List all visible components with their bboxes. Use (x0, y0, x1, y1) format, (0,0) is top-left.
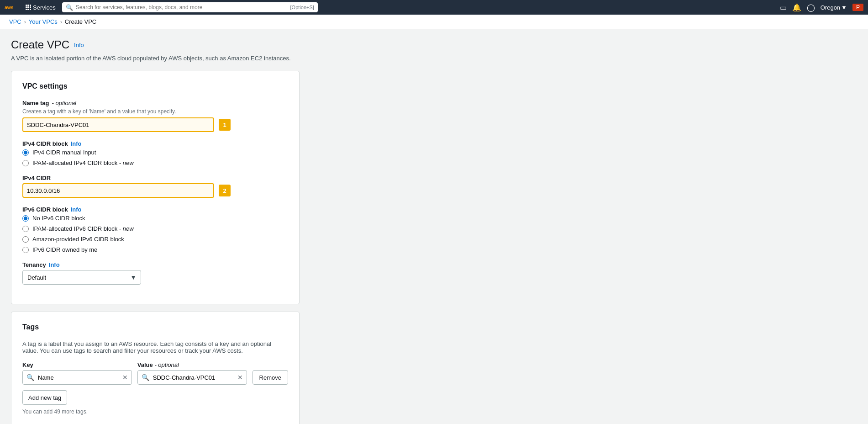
ipv4-radio-group: IPv4 CIDR manual input IPAM-allocated IP… (22, 149, 288, 166)
main-content: Create VPC Info A VPC is an isolated por… (0, 29, 310, 424)
tag-key-input-wrapper[interactable]: 🔍 ✕ (22, 370, 132, 385)
top-navigation: aws Services 🔍 [Option+S] ▭ 🔔 ◯ Oregon ▼… (0, 0, 868, 15)
ipam-ipv6-radio[interactable]: IPAM-allocated IPv6 CIDR block - new (22, 225, 288, 232)
tenancy-select-wrapper: Default Dedicated Host ▼ (22, 270, 141, 285)
ipv4-cidr-label: IPv4 CIDR block Info (22, 140, 288, 147)
cloud-shell-button[interactable]: ▭ (780, 3, 787, 12)
services-button[interactable]: Services (23, 3, 58, 12)
ipv4-cidr-input-wrapper: 2 (22, 183, 214, 198)
tag-key-input[interactable] (38, 371, 119, 384)
region-selector[interactable]: Oregon ▼ (821, 4, 847, 11)
name-tag-description: Creates a tag with a key of 'Name' and a… (22, 108, 288, 115)
help-button[interactable]: ◯ (807, 3, 815, 12)
value-column-label: Value - optional (137, 361, 247, 368)
value-search-icon: 🔍 (138, 374, 153, 381)
tags-card: Tags A tag is a label that you assign to… (11, 312, 300, 424)
breadcrumb-vpc-link[interactable]: VPC (9, 18, 21, 25)
ipv6-cidr-group: IPv6 CIDR block Info No IPv6 CIDR block … (22, 206, 288, 253)
tag-value-input-wrapper[interactable]: 🔍 ✕ (137, 370, 247, 385)
search-icon: 🔍 (66, 4, 73, 11)
ipv4-cidr-input[interactable] (22, 183, 214, 198)
tag-value-input[interactable] (153, 371, 234, 384)
breadcrumb: VPC › Your VPCs › Create VPC (0, 15, 868, 29)
nav-right: ▭ 🔔 ◯ Oregon ▼ P (780, 3, 863, 12)
ipam-ipv4-radio[interactable]: IPAM-allocated IPv4 CIDR block - new (22, 159, 288, 166)
ipv4-cidr-value-group: IPv4 CIDR 2 (22, 175, 288, 198)
ipv6-cidr-info-link[interactable]: Info (71, 206, 82, 213)
amazon-ipv6-radio[interactable]: Amazon-provided IPv6 CIDR block (22, 236, 288, 243)
tag-value-clear-button[interactable]: ✕ (234, 374, 247, 381)
tenancy-label: Tenancy Info (22, 261, 288, 268)
ipv4-cidr-value-label: IPv4 CIDR (22, 175, 288, 181)
breadcrumb-current: Create VPC (65, 18, 96, 25)
search-bar[interactable]: 🔍 [Option+S] (62, 2, 318, 12)
ipv6-radio-group: No IPv6 CIDR block IPAM-allocated IPv6 C… (22, 215, 288, 253)
tenancy-info-link[interactable]: Info (49, 261, 60, 268)
add-new-tag-button[interactable]: Add new tag (22, 390, 67, 405)
page-info-link[interactable]: Info (74, 42, 84, 48)
user-menu[interactable]: P (852, 4, 863, 11)
tags-hint: You can add 49 more tags. (22, 408, 288, 415)
search-shortcut: [Option+S] (290, 5, 314, 10)
key-column-label: Key (22, 361, 132, 368)
search-input[interactable] (76, 4, 288, 11)
tenancy-select[interactable]: Default Dedicated Host (22, 270, 141, 285)
name-tag-group: Name tag - optional Creates a tag with a… (22, 100, 288, 132)
tags-description: A tag is a label that you assign to an A… (22, 340, 288, 354)
ipv4-cidr-badge: 2 (219, 185, 231, 196)
page-title: Create VPC (11, 38, 69, 51)
tenancy-group: Tenancy Info Default Dedicated Host ▼ (22, 261, 288, 285)
no-ipv6-radio[interactable]: No IPv6 CIDR block (22, 215, 288, 222)
tags-title: Tags (22, 323, 288, 331)
aws-logo[interactable]: aws (5, 3, 17, 11)
svg-text:aws: aws (5, 5, 14, 10)
breadcrumb-your-vpcs-link[interactable]: Your VPCs (29, 18, 58, 25)
grid-icon (26, 5, 31, 10)
ipv4-cidr-group: IPv4 CIDR block Info IPv4 CIDR manual in… (22, 140, 288, 166)
name-tag-input-wrapper: 1 (22, 117, 214, 132)
name-tag-input[interactable] (22, 117, 214, 132)
ipv6-cidr-label: IPv6 CIDR block Info (22, 206, 288, 213)
name-tag-badge: 1 (219, 119, 231, 131)
page-description: A VPC is an isolated portion of the AWS … (11, 55, 300, 62)
tag-key-clear-button[interactable]: ✕ (119, 374, 132, 381)
key-search-icon: 🔍 (23, 374, 38, 381)
ipv4-manual-radio[interactable]: IPv4 CIDR manual input (22, 149, 288, 156)
tag-column-headers: Key 🔍 ✕ Value - optional 🔍 ✕ (22, 361, 288, 385)
owned-ipv6-radio[interactable]: IPv6 CIDR owned by me (22, 246, 288, 253)
vpc-settings-card: VPC settings Name tag - optional Creates… (11, 71, 300, 304)
vpc-settings-title: VPC settings (22, 82, 288, 90)
remove-tag-button[interactable]: Remove (253, 370, 288, 385)
breadcrumb-sep-1: › (24, 19, 26, 25)
name-tag-label: Name tag - optional (22, 100, 288, 106)
page-title-row: Create VPC Info (11, 38, 300, 51)
notifications-button[interactable]: 🔔 (792, 3, 801, 12)
breadcrumb-sep-2: › (60, 19, 62, 25)
ipv4-cidr-info-link[interactable]: Info (71, 140, 82, 147)
